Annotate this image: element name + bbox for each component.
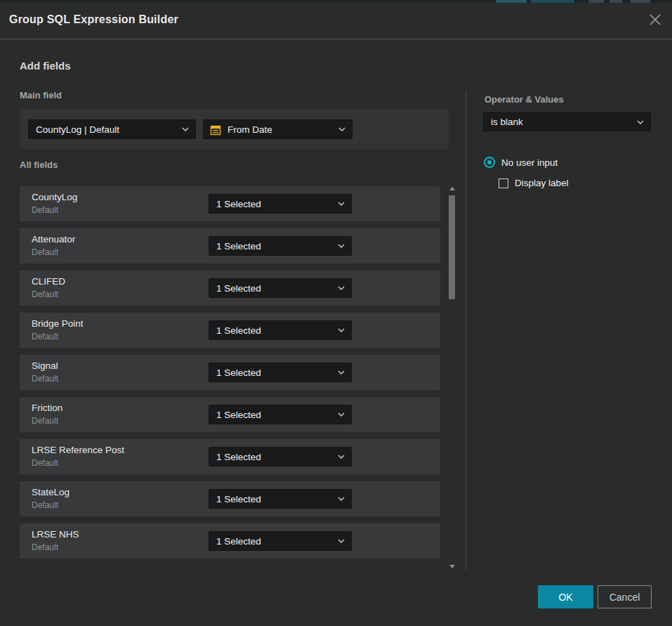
field-selection-value: 1 Selected: [216, 283, 261, 294]
operator-value: is blank: [491, 117, 523, 127]
field-row: CountyLog Default 1 Selected: [20, 186, 440, 221]
chevron-down-icon: [637, 120, 644, 124]
chevron-down-icon: [338, 412, 345, 417]
scrollbar-thumb[interactable]: [449, 195, 455, 299]
field-selection-value: 1 Selected: [216, 367, 261, 378]
field-subtitle: Default: [32, 374, 58, 384]
field-selection-value: 1 Selected: [216, 325, 261, 336]
field-selection-value: 1 Selected: [216, 536, 261, 547]
field-name: CountyLog: [32, 192, 77, 202]
chevron-down-icon: [338, 497, 345, 501]
panel-divider: [466, 91, 466, 570]
field-row: Friction Default 1 Selected: [20, 397, 440, 432]
field-selection-value: 1 Selected: [216, 410, 261, 420]
field-name: StateLog: [32, 487, 70, 497]
checkbox-label: Display label: [515, 178, 569, 188]
chevron-down-icon: [182, 127, 189, 131]
field-subtitle: Default: [32, 500, 58, 510]
chevron-down-icon: [338, 455, 345, 459]
field-row: LRSE Reference Post Default 1 Selected: [20, 439, 440, 474]
all-fields-list: CountyLog Default 1 Selected Attenuator …: [20, 186, 440, 566]
field-subtitle: Default: [32, 205, 58, 215]
field-subtitle: Default: [32, 416, 58, 426]
chevron-down-icon: [338, 539, 345, 543]
field-selection-dropdown[interactable]: 1 Selected: [209, 278, 352, 298]
field-row: Signal Default 1 Selected: [20, 355, 440, 390]
field-selection-dropdown[interactable]: 1 Selected: [209, 447, 352, 467]
field-name: Bridge Point: [32, 318, 84, 329]
field-row: StateLog Default 1 Selected: [20, 481, 440, 516]
no-user-input-radio[interactable]: No user input: [484, 157, 558, 168]
chevron-down-icon: [338, 127, 345, 131]
field-selection-dropdown[interactable]: 1 Selected: [209, 320, 352, 340]
operator-values-heading: Operator & Values: [485, 94, 564, 105]
field-selection-value: 1 Selected: [216, 452, 261, 462]
main-field-dropdown[interactable]: From Date: [203, 119, 353, 139]
add-fields-heading: Add fields: [20, 60, 71, 72]
calendar-icon: [210, 124, 221, 136]
radio-label: No user input: [501, 157, 558, 168]
field-selection-dropdown[interactable]: 1 Selected: [209, 363, 352, 382]
field-subtitle: Default: [32, 289, 58, 299]
field-row: Attenuator Default 1 Selected: [20, 228, 440, 263]
main-field-heading: Main field: [20, 90, 62, 100]
field-name: Attenuator: [32, 234, 75, 244]
dialog-header: Group SQL Expression Builder: [0, 3, 672, 39]
field-selection-dropdown[interactable]: 1 Selected: [209, 405, 352, 424]
display-label-checkbox[interactable]: Display label: [499, 178, 569, 188]
scroll-up-arrow-icon[interactable]: [449, 187, 455, 190]
close-button[interactable]: [648, 13, 662, 27]
field-subtitle: Default: [32, 247, 58, 257]
field-subtitle: Default: [32, 542, 58, 552]
field-subtitle: Default: [32, 332, 58, 341]
field-name: Friction: [32, 403, 62, 413]
chevron-down-icon: [338, 202, 345, 206]
ok-button[interactable]: OK: [538, 585, 593, 608]
field-selection-value: 1 Selected: [216, 241, 261, 252]
main-source-value: CountyLog | Default: [36, 124, 119, 135]
chevron-down-icon: [338, 244, 345, 248]
field-row: CLIFED Default 1 Selected: [20, 270, 440, 306]
field-selection-dropdown[interactable]: 1 Selected: [209, 236, 352, 256]
sql-expression-builder-dialog: Group SQL Expression Builder Add fields …: [0, 3, 672, 626]
all-fields-heading: All fields: [20, 159, 58, 170]
field-name: LRSE NHS: [32, 529, 79, 540]
main-field-value: From Date: [228, 124, 272, 135]
scroll-down-arrow-icon[interactable]: [449, 565, 455, 568]
chevron-down-icon: [338, 328, 345, 332]
field-selection-dropdown[interactable]: 1 Selected: [209, 194, 352, 214]
operator-dropdown[interactable]: is blank: [483, 112, 651, 131]
field-name: LRSE Reference Post: [32, 445, 124, 455]
field-selection-value: 1 Selected: [216, 494, 261, 504]
field-subtitle: Default: [32, 458, 58, 468]
list-scrollbar[interactable]: [449, 185, 456, 570]
main-field-container: CountyLog | Default From Date: [20, 109, 449, 149]
field-row: Bridge Point Default 1 Selected: [20, 313, 440, 348]
radio-icon: [484, 157, 495, 168]
field-name: Signal: [32, 360, 58, 371]
cancel-button[interactable]: Cancel: [598, 585, 652, 608]
field-selection-value: 1 Selected: [216, 199, 261, 209]
field-row: LRSE NHS Default 1 Selected: [20, 523, 440, 559]
dialog-title: Group SQL Expression Builder: [9, 13, 178, 26]
field-selection-dropdown[interactable]: 1 Selected: [209, 489, 352, 509]
main-source-dropdown[interactable]: CountyLog | Default: [28, 119, 196, 139]
chevron-down-icon: [338, 286, 345, 290]
field-selection-dropdown[interactable]: 1 Selected: [209, 531, 352, 551]
checkbox-icon: [499, 178, 508, 188]
field-name: CLIFED: [32, 276, 65, 287]
chevron-down-icon: [338, 370, 345, 374]
close-icon: [650, 14, 661, 25]
